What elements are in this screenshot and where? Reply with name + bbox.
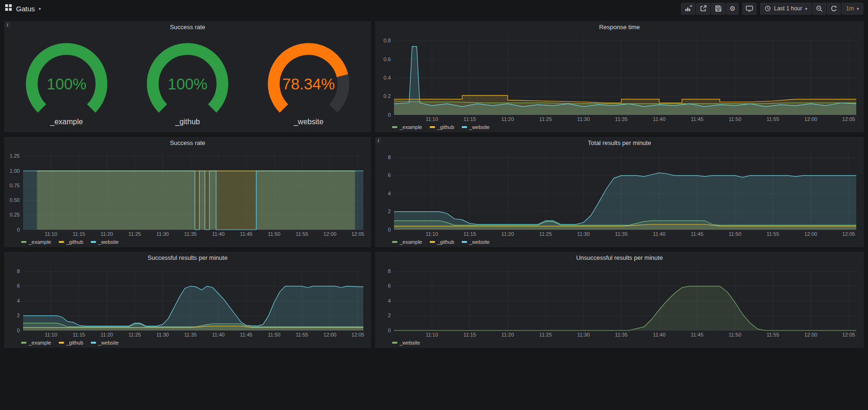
svg-text:11:50: 11:50 — [729, 332, 741, 338]
panel-info-icon[interactable]: i — [375, 137, 382, 144]
svg-text:12:00: 12:00 — [804, 332, 818, 338]
refresh-interval-caret-down-icon: ▾ — [857, 6, 859, 11]
legend-swatch-icon — [59, 342, 64, 344]
svg-text:8: 8 — [388, 268, 391, 274]
add-panel-button[interactable] — [681, 3, 695, 15]
svg-text:12:00: 12:00 — [804, 231, 818, 237]
dashboard-actions-group: ⚙ — [681, 3, 739, 15]
panel-title-total-results[interactable]: Total results per minute — [375, 137, 864, 149]
legend-item-github[interactable]: _github — [59, 239, 83, 245]
svg-text:12:05: 12:05 — [842, 231, 855, 237]
svg-text:11:25: 11:25 — [539, 116, 552, 122]
legend-item-website[interactable]: _website — [462, 124, 490, 130]
svg-text:11:40: 11:40 — [212, 332, 225, 338]
zoom-out-button[interactable] — [812, 3, 826, 15]
panel-title-text: Successful results per minute — [148, 254, 228, 261]
svg-text:11:55: 11:55 — [767, 332, 780, 338]
clock-icon — [764, 5, 771, 12]
legend-series-name: _github — [437, 124, 454, 130]
svg-text:2: 2 — [388, 313, 391, 318]
apps-grid-icon[interactable] — [5, 4, 12, 13]
refresh-interval-dropdown[interactable]: 1m ▾ — [842, 3, 863, 15]
panel-info-icon[interactable]: i — [4, 21, 11, 28]
panel-title-text: Response time — [599, 24, 640, 31]
refresh-icon — [830, 5, 837, 12]
success-rate-chart[interactable]: 00.250.500.751.001.2511:1011:1511:2011:2… — [7, 149, 368, 238]
legend-series-name: _example — [29, 239, 51, 245]
panel-title-response-time[interactable]: Response time — [375, 21, 864, 33]
time-controls-group: Last 1 hour ▾ 1m ▾ — [760, 3, 863, 15]
gauge-github[interactable]: 100% _github — [132, 40, 243, 126]
svg-text:11:15: 11:15 — [464, 231, 476, 237]
response-time-chart[interactable]: 00.20.40.60.811:1011:1511:2011:2511:3011… — [378, 33, 861, 123]
gauge-value: 100% — [11, 75, 122, 93]
svg-text:11:10: 11:10 — [426, 116, 438, 122]
time-range-caret-down-icon: ▾ — [805, 6, 807, 11]
svg-text:11:35: 11:35 — [184, 231, 197, 237]
legend-item-github[interactable]: _github — [59, 340, 83, 346]
svg-text:0.50: 0.50 — [10, 197, 20, 203]
legend-item-website[interactable]: _website — [392, 340, 420, 346]
legend-item-website[interactable]: _website — [91, 239, 119, 245]
legend-item-website[interactable]: _website — [91, 340, 119, 346]
refresh-interval-label: 1m — [846, 5, 854, 12]
panel-title-text: Total results per minute — [588, 139, 651, 146]
svg-text:2: 2 — [17, 313, 20, 318]
legend-swatch-icon — [462, 241, 467, 243]
gauge-website[interactable]: 78.34% _website — [253, 40, 364, 126]
svg-text:11:15: 11:15 — [464, 332, 476, 338]
save-dashboard-button[interactable] — [711, 3, 725, 15]
svg-text:4: 4 — [388, 191, 391, 196]
refresh-button[interactable] — [827, 3, 841, 15]
svg-text:11:50: 11:50 — [729, 231, 741, 237]
legend-swatch-icon — [21, 342, 26, 344]
gauge-row: 100% _example 100% _github 78.34% _websi… — [4, 33, 371, 132]
dashboard-title[interactable]: Gatus — [16, 5, 35, 13]
gear-glyph: ⚙ — [730, 5, 736, 12]
panel-title-unsuccessful-results[interactable]: Unsuccessful results per minute — [375, 252, 864, 264]
legend-item-example[interactable]: _example — [21, 239, 51, 245]
svg-text:0: 0 — [17, 227, 20, 233]
legend-item-github[interactable]: _github — [430, 239, 454, 245]
gauge-label: _example — [50, 118, 83, 126]
gauge-value: 78.34% — [253, 75, 364, 93]
svg-text:11:10: 11:10 — [45, 332, 57, 338]
panel-title-text: Unsuccessful results per minute — [576, 254, 663, 261]
legend-item-website[interactable]: _website — [462, 239, 490, 245]
legend-item-github[interactable]: _github — [430, 124, 454, 130]
svg-text:11:20: 11:20 — [501, 231, 514, 237]
settings-gear-icon[interactable]: ⚙ — [726, 3, 739, 15]
total-results-chart[interactable]: 0246811:1011:1511:2011:2511:3011:3511:40… — [378, 149, 861, 238]
panel-title-successful-results[interactable]: Successful results per minute — [4, 252, 371, 264]
svg-text:0.8: 0.8 — [384, 38, 391, 43]
legend-item-example[interactable]: _example — [21, 340, 51, 346]
svg-text:11:45: 11:45 — [691, 332, 704, 338]
svg-text:11:15: 11:15 — [72, 231, 85, 237]
panel-title-success-rate-series[interactable]: Success rate — [4, 137, 371, 149]
svg-text:11:40: 11:40 — [212, 231, 225, 237]
share-dashboard-button[interactable] — [696, 3, 710, 15]
cycle-view-tv-button[interactable] — [742, 3, 756, 15]
legend-series-name: _github — [66, 239, 83, 245]
svg-text:11:15: 11:15 — [72, 332, 85, 338]
svg-text:8: 8 — [17, 268, 20, 274]
panel-successful-results: Successful results per minute 0246811:10… — [4, 251, 371, 348]
legend-series-name: _website — [98, 340, 119, 346]
svg-text:11:10: 11:10 — [426, 231, 438, 237]
legend-swatch-icon — [392, 342, 397, 344]
legend-item-example[interactable]: _example — [392, 239, 422, 245]
successful-results-chart[interactable]: 0246811:1011:1511:2011:2511:3011:3511:40… — [7, 264, 368, 338]
panel-title-success-rate-gauges[interactable]: Success rate — [4, 21, 371, 33]
legend-item-example[interactable]: _example — [392, 124, 422, 130]
svg-text:11:30: 11:30 — [156, 231, 169, 237]
success-rate-svg: 00.250.500.751.001.2511:1011:1511:2011:2… — [7, 149, 368, 238]
svg-text:11:25: 11:25 — [539, 332, 552, 338]
gauge-example[interactable]: 100% _example — [11, 40, 122, 126]
unsuccessful-results-chart[interactable]: 0246811:1011:1511:2011:2511:3011:3511:40… — [378, 264, 861, 338]
legend-swatch-icon — [91, 241, 96, 243]
svg-text:2: 2 — [388, 209, 391, 214]
svg-text:11:15: 11:15 — [464, 116, 476, 122]
svg-text:0: 0 — [388, 328, 391, 333]
time-range-picker[interactable]: Last 1 hour ▾ — [760, 3, 812, 15]
dashboard-caret-down-icon[interactable]: ▾ — [39, 6, 41, 11]
